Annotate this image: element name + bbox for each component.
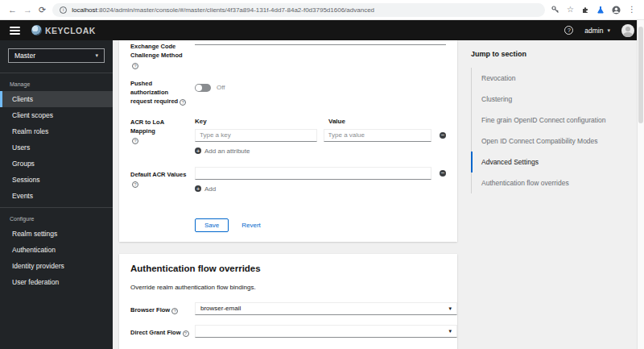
section-title: Authentication flow overrides — [130, 264, 446, 273]
sidebar-item-clients[interactable]: Clients — [0, 91, 113, 107]
site-info-icon[interactable]: i — [60, 6, 67, 14]
realm-name: Master — [14, 52, 35, 60]
app-header: KEYCLOAK ? admin ▾ — [0, 20, 644, 40]
extension-icon[interactable] — [581, 6, 589, 14]
sidebar-item-groups[interactable]: Groups — [0, 156, 113, 172]
url-text[interactable]: localhost:8024/admin/master/console/#/ma… — [72, 6, 374, 14]
browser-menu-icon[interactable]: ⋮ — [628, 6, 636, 14]
username: admin — [584, 27, 603, 35]
sidebar-item-realm-roles[interactable]: Realm roles — [0, 123, 113, 139]
chevron-down-icon: ▾ — [448, 305, 452, 312]
default-acr-input[interactable] — [195, 167, 431, 180]
label-text: Direct Grant Flow — [130, 329, 181, 336]
acr-key-input[interactable] — [195, 129, 317, 142]
page-scrollbar[interactable] — [637, 20, 644, 349]
app-shell: Master ▾ Manage Clients Client scopes Re… — [0, 40, 644, 349]
address-bar[interactable]: i localhost:8024/admin/master/console/#/… — [52, 3, 545, 17]
browser-flow-label: Browser Flow? — [130, 302, 195, 314]
hamburger-menu-icon[interactable] — [10, 27, 20, 35]
user-avatar[interactable] — [621, 24, 634, 37]
acr-loa-mapping-row: ACR to LoA Mapping? Key Value − + — [130, 118, 446, 156]
help-question-icon[interactable]: ? — [183, 330, 189, 337]
jump-nav-title: Jump to section — [471, 50, 636, 58]
save-button[interactable]: Save — [195, 218, 229, 232]
browser-flow-value: browser-email — [200, 305, 241, 312]
jump-nav-list: Revocation Clustering Fine grain OpenID … — [471, 68, 636, 193]
value-column-header: Value — [328, 118, 345, 125]
exchange-code-select-cutoff[interactable] — [195, 42, 446, 45]
configure-group: Configure Realm settings Authentication … — [0, 208, 113, 293]
key-icon[interactable] — [551, 6, 559, 14]
acr-mapping-entry-row: − — [195, 129, 446, 142]
add-label: Add — [204, 185, 216, 193]
label-text: Browser Flow — [130, 306, 170, 314]
key-value-headers: Key Value — [195, 118, 446, 125]
browser-chrome: ← → ⟳ i localhost:8024/admin/master/cons… — [0, 0, 644, 20]
toggle-state-label: Off — [217, 84, 225, 91]
sidebar-item-client-scopes[interactable]: Client scopes — [0, 107, 113, 123]
brand-text: KEYCLOAK — [45, 26, 96, 35]
jump-item-revocation[interactable]: Revocation — [471, 68, 636, 89]
content-column: Exchange Code Challenge Method? Pushed a… — [119, 40, 457, 349]
sidebar-item-realm-settings[interactable]: Realm settings — [0, 226, 113, 242]
help-question-icon[interactable]: ? — [180, 99, 186, 106]
jump-item-oidc-compat[interactable]: Open ID Connect Compatibility Modes — [471, 131, 636, 152]
help-question-icon[interactable]: ? — [132, 138, 138, 144]
revert-link[interactable]: Revert — [242, 222, 261, 229]
add-attribute-button[interactable]: + Add an attribute — [195, 147, 250, 155]
default-acr-label: Default ACR Values? — [130, 167, 195, 189]
manage-group: Manage Clients Client scopes Realm roles… — [0, 73, 113, 207]
plus-circle-icon: + — [195, 185, 201, 192]
advanced-settings-card: Exchange Code Challenge Method? Pushed a… — [119, 40, 457, 242]
label-text: Default ACR Values — [130, 171, 186, 178]
acr-loa-label: ACR to LoA Mapping? — [130, 118, 195, 145]
label-text: Pushed authorization request required — [130, 80, 178, 106]
realm-selector[interactable]: Master ▾ — [8, 48, 105, 63]
jump-item-auth-flow-overrides[interactable]: Authentication flow overrides — [471, 172, 636, 193]
pushed-auth-toggle[interactable] — [195, 84, 211, 92]
add-value-button[interactable]: + Add — [195, 185, 216, 193]
advanced-settings-actions: Save Revert — [195, 218, 446, 232]
keycloak-brand[interactable]: KEYCLOAK — [31, 25, 96, 35]
pushed-auth-row: Pushed authorization request required? O… — [130, 79, 446, 106]
sidebar-item-authentication[interactable]: Authentication — [0, 242, 113, 258]
user-dropdown[interactable]: admin ▾ — [584, 27, 610, 35]
chevron-down-icon: ▾ — [448, 328, 452, 334]
header-right: ? admin ▾ — [564, 24, 634, 37]
sidebar-item-users[interactable]: Users — [0, 139, 113, 156]
help-question-icon[interactable]: ? — [132, 63, 138, 69]
browser-reload-icon[interactable]: ⟳ — [39, 6, 46, 15]
direct-grant-flow-label: Direct Grant Flow? — [130, 325, 195, 337]
bookmark-star-icon[interactable]: ☆ — [567, 6, 574, 14]
add-attribute-label: Add an attribute — [204, 147, 250, 155]
remove-value-icon[interactable]: − — [440, 170, 446, 177]
help-icon[interactable]: ? — [564, 26, 573, 35]
acr-value-input[interactable] — [324, 129, 431, 142]
sidebar: Master ▾ Manage Clients Client scopes Re… — [0, 40, 113, 349]
jump-item-fine-grain-oidc[interactable]: Fine grain OpenID Connect configuration — [471, 110, 636, 131]
browser-flow-select[interactable]: browser-email ▾ — [195, 302, 457, 315]
keycloak-logo-icon — [31, 25, 42, 35]
browser-toolbar-icons: ☆ ⋮ — [551, 6, 636, 15]
jump-item-clustering[interactable]: Clustering — [471, 89, 636, 110]
sidebar-item-events[interactable]: Events — [0, 188, 113, 204]
scrollbar-thumb[interactable] — [638, 27, 643, 123]
profile-icon[interactable] — [612, 6, 621, 15]
sidebar-item-user-federation[interactable]: User federation — [0, 274, 113, 290]
flask-extension-icon[interactable] — [597, 6, 605, 14]
help-question-icon[interactable]: ? — [171, 308, 178, 314]
browser-flow-row: Browser Flow? browser-email ▾ — [130, 302, 446, 315]
jump-item-advanced-settings[interactable]: Advanced Settings — [471, 152, 636, 172]
direct-grant-flow-select[interactable]: ▾ — [195, 325, 457, 338]
help-question-icon[interactable]: ? — [132, 181, 138, 188]
exchange-code-label: Exchange Code Challenge Method? — [130, 42, 195, 69]
browser-forward-icon[interactable]: → — [23, 6, 32, 15]
label-text: ACR to LoA Mapping — [130, 118, 164, 135]
sidebar-item-identity-providers[interactable]: Identity providers — [0, 258, 113, 274]
section-description: Override realm authentication flow bindi… — [130, 284, 446, 291]
browser-back-icon[interactable]: ← — [8, 6, 17, 15]
remove-attribute-icon[interactable]: − — [440, 132, 446, 139]
default-acr-entry-row: − — [195, 167, 446, 180]
sidebar-item-sessions[interactable]: Sessions — [0, 172, 113, 188]
label-text: Exchange Code Challenge Method — [130, 43, 183, 59]
